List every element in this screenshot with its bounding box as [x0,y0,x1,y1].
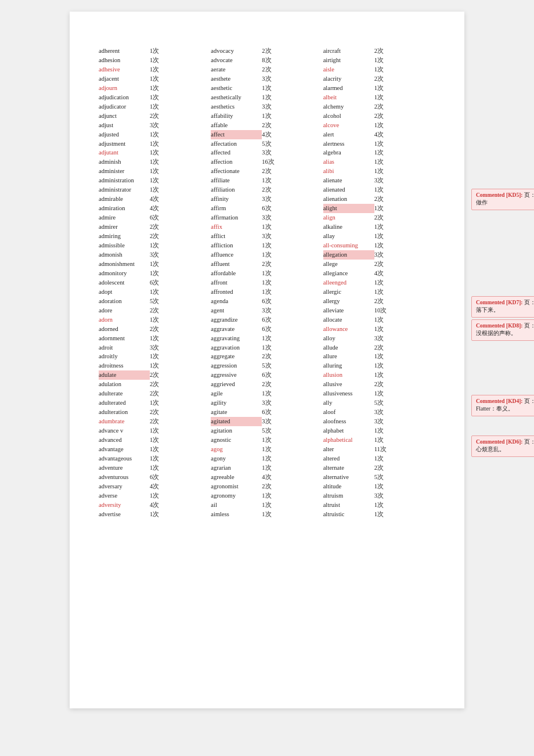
count-text: 1次 [374,56,393,65]
word-text: allusiveness [323,389,374,398]
word-text: adorned [99,325,150,334]
count-text: 1次 [374,389,393,398]
word-text: adoration [99,297,150,306]
word-text: adopt [99,287,150,297]
count-text: 1次 [150,445,168,454]
list-item: allergy2次 [323,297,435,306]
list-item: allure1次 [323,352,435,361]
count-text: 5次 [262,361,280,370]
word-text: adroitness [99,361,150,370]
list-item: alienate3次 [323,176,435,185]
count-text: 2次 [262,185,280,195]
word-text: advocate [211,56,262,65]
comment-title: Commented [KD7]: [476,300,522,305]
count-text: 2次 [262,380,280,389]
word-text: alleenged [323,278,374,287]
word-text: aggression [211,361,262,370]
list-item: alloy3次 [323,334,435,343]
word-text: affability [211,111,262,121]
columns-wrapper: adherent1次adhesion1次adhesive1次adjacent1次… [99,46,435,519]
word-text: aesthetic [211,84,262,93]
comment-text: Flatter：奉义。 [476,406,514,412]
count-text: 2次 [374,260,393,269]
word-text: affix [211,222,262,232]
word-text: agony [211,454,262,463]
word-text: alcohol [323,111,374,121]
list-item: adoration5次 [99,297,211,306]
list-item: affability1次 [211,111,323,121]
comment-box-kd8: Commented [KD8]: 页：2没根据的声称。 [471,319,534,341]
word-text: aerate [211,65,262,74]
count-text: 1次 [150,361,168,370]
list-item: ail1次 [211,501,323,510]
word-text: alternate [323,463,374,473]
word-text: alcove [323,121,374,130]
list-item: aesthetics3次 [211,102,323,111]
count-text: 1次 [374,315,393,325]
count-text: 2次 [374,74,393,84]
list-item: affliction1次 [211,241,323,250]
list-item: adjudicator1次 [99,102,211,111]
list-item: allay1次 [323,232,435,241]
list-item: allegation3次 [323,250,435,260]
list-item: alcove1次 [323,121,435,130]
list-item: altruist1次 [323,501,435,510]
word-text: agreeable [211,473,262,482]
word-text: allocate [323,315,374,325]
list-item: administer1次 [99,167,211,176]
list-item: advertise1次 [99,510,211,519]
count-text: 1次 [150,287,168,297]
count-text: 2次 [150,232,168,241]
word-text: aisle [323,65,374,74]
list-item: affected3次 [211,148,323,157]
word-text: affluence [211,250,262,260]
list-item: admirable4次 [99,195,211,204]
count-text: 1次 [150,352,168,361]
word-text: alloy [323,334,374,343]
list-item: alienation2次 [323,195,435,204]
list-item: alibi1次 [323,167,435,176]
list-item: allusion1次 [323,370,435,380]
count-text: 6次 [262,204,280,213]
count-text: 2次 [150,417,168,426]
list-item: alert4次 [323,130,435,139]
list-item: aerate2次 [211,65,323,74]
word-text: alleviate [323,306,374,315]
list-item: agnostic1次 [211,435,323,445]
word-text: adjustment [99,139,150,149]
list-item: affordable1次 [211,269,323,278]
word-text: affected [211,148,262,157]
comment-text: 做作 [476,200,488,206]
list-item: agitation5次 [211,426,323,435]
word-text: affable [211,121,262,130]
list-item: advantageous1次 [99,454,211,463]
list-item: alkaline1次 [323,222,435,232]
word-column-3: aircraft2次airtight1次aisle1次alacrity2次ala… [323,46,435,519]
word-text: alkaline [323,222,374,232]
list-item: adjourn1次 [99,84,211,93]
word-text: affliction [211,241,262,250]
count-text: 3次 [262,417,280,426]
count-text: 1次 [374,361,393,370]
list-item: aimless1次 [211,510,323,519]
word-text: admonishment [99,260,150,269]
list-item: aggressive6次 [211,370,323,380]
count-text: 1次 [262,278,280,287]
count-text: 4次 [374,130,393,139]
list-item: allusive2次 [323,380,435,389]
count-text: 1次 [262,463,280,473]
word-text: admirable [99,195,150,204]
word-text: adjourn [99,84,150,93]
count-text: 1次 [374,167,393,176]
comment-title: Commented [KD8]: [476,323,522,329]
count-text: 1次 [150,74,168,84]
word-text: alert [323,130,374,139]
list-item: alternative5次 [323,473,435,482]
list-item: administration1次 [99,176,211,185]
list-item: adopt1次 [99,287,211,297]
word-text: alphabetical [323,435,374,445]
document-page: adherent1次adhesion1次adhesive1次adjacent1次… [70,12,464,708]
word-text: admire [99,213,150,222]
word-text: alienation [323,195,374,204]
list-item: aggression5次 [211,361,323,370]
